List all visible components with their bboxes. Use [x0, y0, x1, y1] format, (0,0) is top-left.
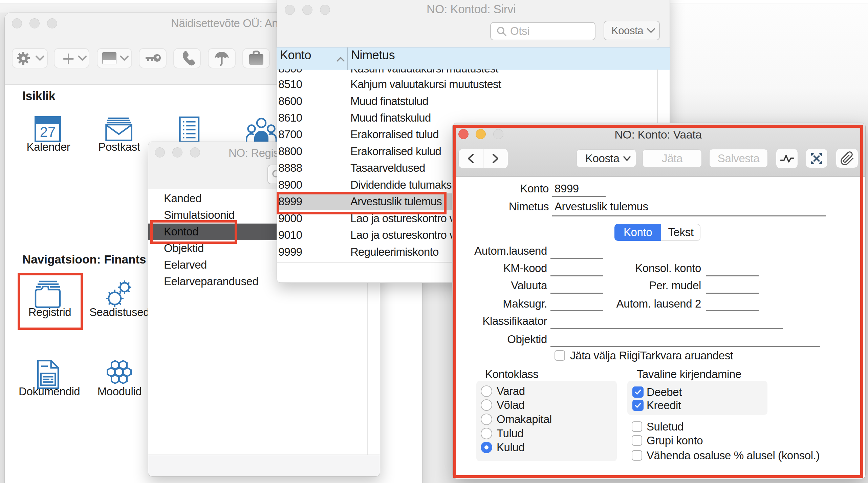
svg-text:27: 27 [40, 124, 56, 140]
